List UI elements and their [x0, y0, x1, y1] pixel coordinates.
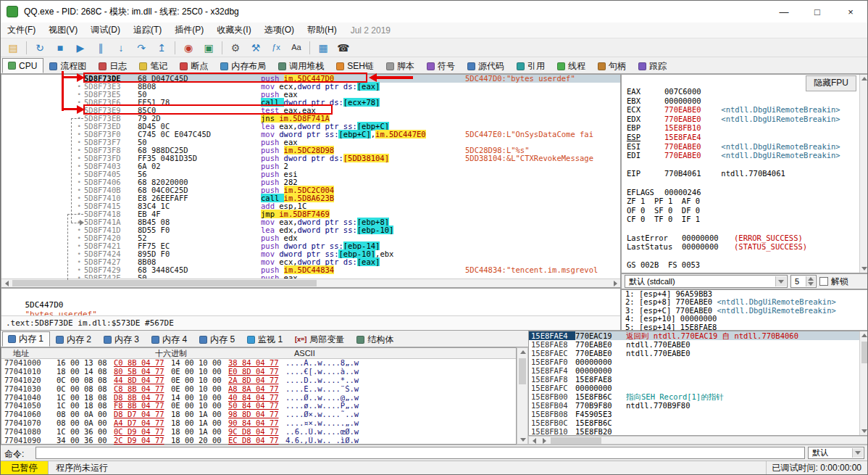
register-value[interactable]: 770B4061 — [664, 169, 717, 178]
stack-row[interactable]: 15E8FAF400000000 — [529, 366, 859, 375]
tab-symbols[interactable]: 符号 — [421, 58, 462, 73]
register-value[interactable]: 15E8FB10 — [664, 123, 717, 133]
tab-dump-4[interactable]: 内存 4 — [146, 331, 193, 347]
tab-memory-map[interactable]: 内存布局 — [214, 58, 272, 73]
tab-breakpoints[interactable]: 断点 — [174, 58, 214, 73]
argument-row[interactable]: 4: [esp+10] 00000000 — [622, 315, 868, 323]
minimize-button[interactable]: — — [767, 1, 801, 22]
tab-cpu[interactable]: CPU — [2, 58, 43, 73]
tab-call-stack[interactable]: 调用堆栈 — [272, 58, 330, 73]
scroll-thumb[interactable] — [12, 280, 317, 286]
spin-up-icon[interactable] — [808, 277, 814, 281]
tab-script[interactable]: 脚本 — [380, 58, 421, 73]
stack-row[interactable]: 15E8FAFC00000000 — [529, 384, 859, 392]
tab-dump-3[interactable]: 内存 3 — [98, 331, 146, 347]
breakpoint-dot[interactable]: • — [1, 91, 84, 99]
hide-fpu-button[interactable]: 隐藏FPU — [806, 75, 856, 91]
breakpoints-button[interactable]: ◉ — [179, 40, 198, 56]
scroll-right-icon[interactable] — [539, 437, 549, 445]
trace-record-button[interactable]: ▣ — [199, 40, 218, 56]
stack-row[interactable]: 15E8FB0C15E8FB6C — [529, 418, 859, 427]
scroll-thumb[interactable] — [519, 358, 526, 384]
scroll-left-icon[interactable] — [529, 437, 539, 445]
unlock-checkbox[interactable] — [819, 277, 828, 286]
scroll-right-icon[interactable] — [610, 279, 620, 287]
tab-notes[interactable]: 笔记 — [133, 58, 174, 73]
register-line[interactable]: ECX770EABE0 <ntdll.DbgUiRemoteBreakin> — [622, 105, 859, 115]
breakpoint-dot[interactable]: • — [1, 99, 84, 107]
register-line[interactable]: EBP15E8FB10 — [622, 123, 859, 133]
scroll-down-icon[interactable] — [860, 265, 868, 273]
menu-item-i[interactable]: 收藏夹(I) — [210, 22, 257, 38]
tab-watch-1[interactable]: 监视 1 — [241, 331, 289, 347]
menu-item-v[interactable]: 视图(V) — [42, 22, 84, 38]
register-line[interactable]: ESI770EABE0 <ntdll.DbgUiRemoteBreakin> — [622, 142, 859, 152]
step-into-button[interactable]: ↓ — [112, 40, 130, 56]
scroll-thumb[interactable] — [861, 342, 867, 363]
stop-button[interactable]: ■ — [51, 40, 70, 56]
step-over-button[interactable]: ↷ — [132, 40, 151, 56]
remote-button[interactable]: ☎ — [334, 40, 353, 56]
scroll-down-icon[interactable] — [860, 427, 868, 435]
dump-row[interactable]: 770410300C 00 08 08C8 8B 04 770E 00 10 0… — [1, 385, 516, 394]
scroll-thumb[interactable] — [551, 437, 601, 444]
register-value[interactable]: 00000000 — [682, 234, 734, 243]
calculator-button[interactable]: ▦ — [314, 40, 333, 56]
tab-handles[interactable]: 句柄 — [592, 58, 633, 73]
run-button[interactable]: ▶ — [71, 40, 90, 56]
register-line[interactable]: ESP15E8FAE4 — [622, 133, 859, 142]
arg-count-stepper[interactable]: 5 — [790, 275, 817, 288]
scroll-down-icon[interactable] — [518, 436, 528, 444]
dump-row[interactable]: 7704101018 00 14 0880 5B 04 770E 00 10 0… — [1, 368, 516, 376]
menu-item-h[interactable]: 帮助(H) — [301, 22, 343, 38]
command-scope-select[interactable]: 默认 — [808, 447, 864, 459]
stack-row[interactable]: 15E8FB08F45905E3 — [529, 410, 859, 418]
functions-button[interactable]: ƒx — [267, 40, 285, 56]
menu-item-o[interactable]: 选项(O) — [258, 22, 301, 38]
stack-hscrollbar[interactable] — [528, 436, 868, 445]
register-value[interactable]: 770EABE0 — [664, 105, 717, 115]
menu-item-d[interactable]: 调试(D) — [84, 22, 127, 38]
register-line[interactable]: EBX00000000 — [622, 96, 859, 106]
scroll-up-icon[interactable] — [860, 331, 868, 339]
stack-row[interactable]: 15E8FAE8770EABE0ntdll.770EABE0 — [529, 340, 859, 349]
tab-dump-2[interactable]: 内存 2 — [50, 331, 98, 347]
registers-vscrollbar[interactable] — [859, 75, 868, 273]
dump-vscrollbar[interactable] — [517, 347, 528, 445]
tab-trace[interactable]: 跟踪 — [633, 58, 673, 73]
plugins-button[interactable]: ⚒ — [246, 40, 265, 56]
breakpoint-dot[interactable]: • — [1, 242, 84, 250]
stack-row[interactable]: 15E8FAEC770EABE0ntdll.770EABE0 — [529, 349, 859, 358]
register-value[interactable]: 00000000 — [682, 242, 734, 252]
execute-till-return-button[interactable]: ↥ — [152, 40, 171, 56]
maximize-button[interactable]: □ — [801, 1, 834, 22]
tab-locals[interactable]: [x=]局部变量 — [289, 331, 351, 347]
breakpoint-dot[interactable]: • — [1, 250, 84, 258]
tab-source[interactable]: 源代码 — [462, 58, 511, 73]
tab-struct[interactable]: 结构体 — [351, 331, 400, 347]
scroll-up-icon[interactable] — [518, 348, 528, 356]
tab-seh[interactable]: SEH链 — [330, 58, 380, 73]
register-value[interactable]: 007C6000 — [664, 87, 717, 96]
stack-row[interactable]: 15E8FB04770B9F80ntdll.770B9F80 — [529, 401, 859, 410]
register-value[interactable]: 770EABE0 — [664, 115, 717, 124]
register-line[interactable]: EIP770B4061 ntdll.770B4061 — [622, 169, 859, 178]
register-value[interactable]: 00000000 — [664, 96, 717, 106]
breakpoint-dot[interactable]: • — [1, 83, 84, 91]
open-file-button[interactable]: ▤ — [4, 40, 22, 56]
dump-row[interactable]: 770410200C 00 08 0844 8D 04 770E 00 10 0… — [1, 376, 516, 385]
tab-references[interactable]: 引用 — [511, 58, 551, 73]
calling-convention-select[interactable]: 默认 (stdcall) — [625, 275, 788, 288]
tab-dump-5[interactable]: 内存 5 — [193, 331, 241, 347]
restart-button[interactable]: ↻ — [30, 40, 49, 56]
register-value[interactable]: 770EABE0 — [664, 151, 717, 160]
chevron-down-icon[interactable] — [775, 276, 786, 286]
scroll-left-icon[interactable] — [1, 279, 12, 287]
scroll-up-icon[interactable] — [860, 75, 868, 83]
settings-button[interactable]: ⚙ — [226, 40, 245, 56]
tab-graph[interactable]: 流程图 — [43, 58, 93, 73]
tab-threads[interactable]: 线程 — [551, 58, 592, 73]
breakpoint-dot[interactable]: • — [1, 226, 84, 234]
stack-row[interactable]: 15E8FAF815E8FAE8 — [529, 375, 859, 384]
menu-item-p[interactable]: 插件(P) — [168, 22, 210, 38]
